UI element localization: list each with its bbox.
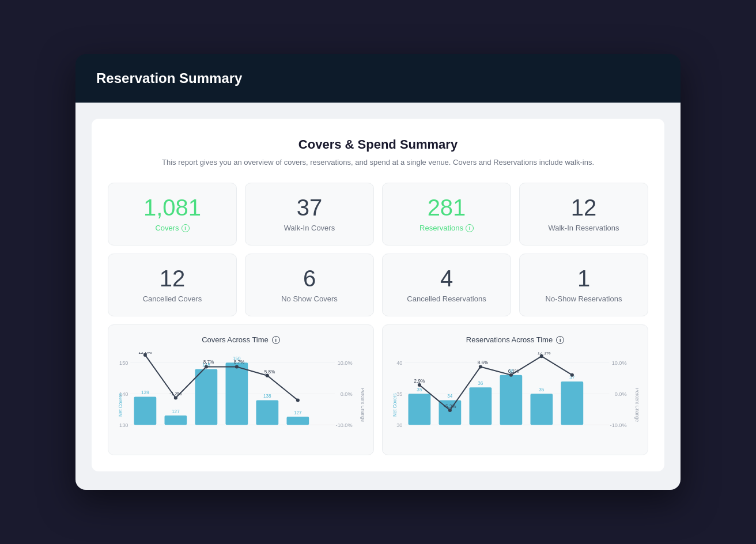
percent-line bbox=[145, 355, 298, 400]
cancelled-reservations-label: Cancelled Reservations bbox=[392, 294, 501, 303]
report-card: Covers & Spend Summary This report gives… bbox=[92, 119, 664, 471]
svg-text:150: 150 bbox=[119, 360, 128, 366]
walk-in-covers-number: 37 bbox=[255, 196, 364, 219]
cancelled-covers-number: 12 bbox=[118, 267, 227, 290]
covers-number: 1,081 bbox=[118, 196, 227, 219]
svg-text:36: 36 bbox=[478, 381, 483, 386]
reservations-chart-title: Reservations Across Time i bbox=[392, 335, 638, 344]
res-bar-6 bbox=[561, 381, 583, 425]
svg-text:Net Covers: Net Covers bbox=[392, 393, 398, 417]
reservations-chart-svg: 40 35 30 Net Covers bbox=[392, 352, 638, 446]
svg-text:10.0%: 10.0% bbox=[338, 360, 353, 366]
walk-in-reservations-label: Walk-In Reservations bbox=[529, 224, 638, 232]
no-show-covers-label: No Show Covers bbox=[255, 294, 364, 303]
stats-row-1: 1,081 Covers i 37 Walk-In Covers 281 Res… bbox=[108, 183, 648, 245]
svg-text:34: 34 bbox=[447, 394, 453, 399]
reservations-label: Reservations i bbox=[392, 224, 501, 232]
svg-text:139: 139 bbox=[141, 390, 149, 395]
stat-walk-in-reservations: 12 Walk-In Reservations bbox=[519, 183, 648, 245]
res-bar-4 bbox=[500, 375, 523, 425]
svg-text:0.0%: 0.0% bbox=[341, 391, 353, 397]
svg-text:2.9%: 2.9% bbox=[414, 379, 425, 384]
res-bar-3 bbox=[470, 387, 492, 425]
reservations-info-icon[interactable]: i bbox=[466, 224, 474, 232]
stat-cancelled-covers: 12 Cancelled Covers bbox=[108, 254, 237, 316]
svg-text:8.7%: 8.7% bbox=[203, 360, 214, 365]
svg-text:8.6%: 8.6% bbox=[478, 360, 489, 365]
svg-point-46 bbox=[570, 373, 574, 377]
bar-6 bbox=[286, 417, 309, 425]
stat-cancelled-reservations: 4 Cancelled Reservations bbox=[382, 254, 511, 316]
cancelled-covers-label: Cancelled Covers bbox=[118, 294, 227, 303]
bar-4 bbox=[226, 362, 248, 425]
page-header: Reservation Summary bbox=[75, 54, 681, 103]
svg-text:30: 30 bbox=[396, 422, 402, 428]
no-show-covers-number: 6 bbox=[255, 267, 364, 290]
stat-no-show-covers: 6 No Show Covers bbox=[245, 254, 374, 316]
no-show-reservations-label: No-Show Reservations bbox=[529, 294, 638, 303]
page-title: Reservation Summary bbox=[96, 70, 660, 86]
covers-chart-card: Covers Across Time i 150 140 130 Net Cov… bbox=[108, 324, 374, 455]
res-bar-5 bbox=[530, 394, 553, 425]
stats-row-2: 12 Cancelled Covers 6 No Show Covers 4 C… bbox=[108, 254, 648, 316]
svg-text:Percent Change: Percent Change bbox=[634, 388, 638, 422]
charts-section: Covers Across Time i 150 140 130 Net Cov… bbox=[108, 324, 648, 455]
report-subtitle: This report gives you an overview of cov… bbox=[108, 158, 648, 167]
svg-text:138: 138 bbox=[263, 394, 271, 399]
svg-text:Percent Change: Percent Change bbox=[360, 388, 364, 422]
svg-text:-10.0%: -10.0% bbox=[610, 422, 627, 428]
reservations-chart-card: Reservations Across Time i 40 35 30 Net … bbox=[382, 324, 648, 455]
walk-in-reservations-number: 12 bbox=[529, 196, 638, 219]
stat-no-show-reservations: 1 No-Show Reservations bbox=[519, 254, 648, 316]
svg-text:-5.3%: -5.3% bbox=[444, 404, 456, 409]
svg-text:Net Covers: Net Covers bbox=[118, 393, 123, 417]
svg-text:40: 40 bbox=[396, 360, 402, 366]
covers-chart-info-icon[interactable]: i bbox=[272, 336, 280, 344]
svg-text:12.1%: 12.1% bbox=[537, 352, 550, 356]
svg-text:-10.0%: -10.0% bbox=[336, 422, 353, 428]
app-container: Reservation Summary Covers & Spend Summa… bbox=[75, 54, 681, 490]
svg-point-18 bbox=[296, 399, 300, 402]
svg-text:35: 35 bbox=[539, 387, 545, 392]
svg-text:0.0%: 0.0% bbox=[615, 391, 627, 397]
walk-in-covers-label: Walk-In Covers bbox=[255, 224, 364, 232]
stat-reservations: 281 Reservations i bbox=[382, 183, 511, 245]
svg-text:35: 35 bbox=[417, 387, 422, 392]
covers-chart-title: Covers Across Time i bbox=[118, 335, 364, 344]
main-content: Covers & Spend Summary This report gives… bbox=[75, 103, 681, 490]
svg-text:5.8%: 5.8% bbox=[264, 369, 275, 375]
no-show-reservations-number: 1 bbox=[529, 267, 638, 290]
reservations-number: 281 bbox=[392, 196, 501, 219]
bar-1 bbox=[134, 396, 157, 425]
svg-point-15 bbox=[205, 365, 208, 368]
svg-text:130: 130 bbox=[119, 422, 128, 428]
bar-5 bbox=[256, 401, 278, 425]
svg-text:-1.3%: -1.3% bbox=[169, 391, 182, 396]
res-bar-1 bbox=[409, 394, 431, 425]
svg-text:127: 127 bbox=[294, 410, 302, 415]
report-title: Covers & Spend Summary bbox=[108, 137, 648, 152]
svg-text:10.0%: 10.0% bbox=[612, 360, 627, 366]
reservations-chart-wrapper: 40 35 30 Net Covers bbox=[392, 352, 638, 444]
svg-text:6.1%: 6.1% bbox=[508, 369, 519, 374]
bar-2 bbox=[165, 415, 187, 425]
covers-info-icon[interactable]: i bbox=[182, 224, 190, 232]
covers-chart-svg: 150 140 130 Net Covers bbox=[118, 352, 364, 446]
bar-3 bbox=[195, 369, 218, 425]
svg-text:12.8%: 12.8% bbox=[138, 352, 152, 355]
svg-text:127: 127 bbox=[172, 409, 180, 414]
stat-walk-in-covers: 37 Walk-In Covers bbox=[245, 183, 374, 245]
covers-chart-wrapper: 150 140 130 Net Covers bbox=[118, 352, 364, 444]
stat-covers: 1,081 Covers i bbox=[108, 183, 237, 245]
covers-label: Covers i bbox=[118, 224, 227, 232]
svg-text:8.7%: 8.7% bbox=[234, 360, 245, 365]
cancelled-reservations-number: 4 bbox=[392, 267, 501, 290]
reservations-chart-info-icon[interactable]: i bbox=[556, 336, 564, 344]
svg-point-16 bbox=[235, 365, 239, 368]
